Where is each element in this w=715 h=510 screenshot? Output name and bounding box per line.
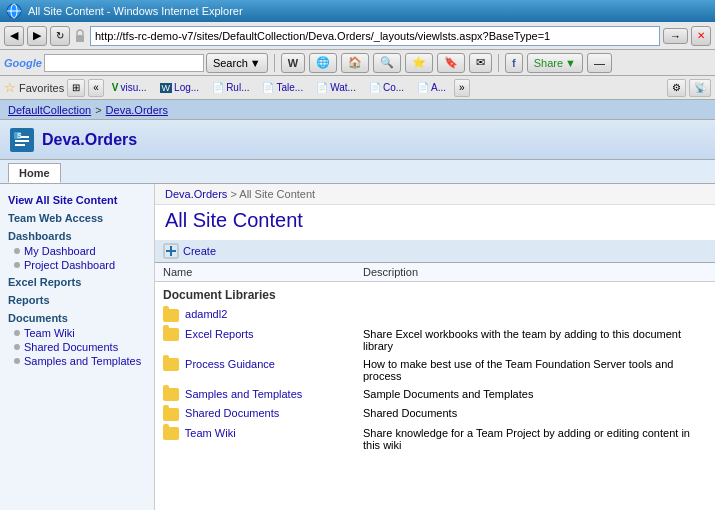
favorites-add-button[interactable]: ⊞ bbox=[67, 79, 85, 97]
fav-item-0[interactable]: V visu... bbox=[107, 79, 152, 97]
sp-site-name: Deva.Orders bbox=[42, 131, 137, 149]
favorites-label: Favorites bbox=[19, 82, 64, 94]
main-area: View All Site Content Team Web Access Da… bbox=[0, 184, 715, 510]
content-panel: Deva.Orders > All Site Content All Site … bbox=[155, 184, 715, 510]
sp-logo: S bbox=[10, 128, 34, 152]
address-input[interactable] bbox=[90, 26, 660, 46]
item-link-adamdl2[interactable]: adamdl2 bbox=[185, 308, 227, 320]
toolbar-btn-3[interactable]: 🏠 bbox=[341, 53, 369, 73]
toolbar-btn-7[interactable]: ✉ bbox=[469, 53, 492, 73]
fav-item-4[interactable]: 📄 Wat... bbox=[311, 79, 361, 97]
sidebar-section-excel: Excel Reports bbox=[0, 272, 154, 290]
favorites-bar: ☆ Favorites ⊞ « V visu... W Log... 📄 Rul… bbox=[0, 76, 715, 100]
sidebar-view-all[interactable]: View All Site Content bbox=[0, 190, 154, 208]
fav-extra-1[interactable]: ⚙ bbox=[667, 79, 686, 97]
fav-label-2: Rul... bbox=[226, 82, 249, 93]
fav-item-2[interactable]: 📄 Rul... bbox=[207, 79, 254, 97]
forward-button[interactable]: ▶ bbox=[27, 26, 47, 46]
sidebar-section-documents: Documents bbox=[0, 308, 154, 326]
item-name-cell: Process Guidance bbox=[155, 355, 355, 385]
col-desc: Description bbox=[355, 263, 715, 282]
fav-item-1[interactable]: W Log... bbox=[155, 79, 205, 97]
item-desc-cell: Share Excel workbooks with the team by a… bbox=[355, 325, 715, 355]
google-search-input[interactable] bbox=[44, 54, 204, 72]
toolbar-btn-4[interactable]: 🔍 bbox=[373, 53, 401, 73]
stop-button[interactable]: ✕ bbox=[691, 26, 711, 46]
toolbar-btn-2[interactable]: 🌐 bbox=[309, 53, 337, 73]
breadcrumb-bar: DefaultCollection > Deva.Orders bbox=[0, 100, 715, 120]
svg-rect-3 bbox=[76, 35, 84, 42]
sidebar-item-team-wiki[interactable]: Team Wiki bbox=[0, 326, 154, 340]
item-link-process[interactable]: Process Guidance bbox=[185, 358, 275, 370]
tab-home[interactable]: Home bbox=[8, 163, 61, 183]
sidebar-item-project-dashboard[interactable]: Project Dashboard bbox=[0, 258, 154, 272]
item-name-cell: Team Wiki bbox=[155, 424, 355, 454]
fav-label-3: Tale... bbox=[276, 82, 303, 93]
go-button[interactable]: → bbox=[663, 28, 688, 44]
fav-more-button[interactable]: » bbox=[454, 79, 470, 97]
breadcrumb-link-1[interactable]: Deva.Orders bbox=[106, 104, 168, 116]
fav-label-6: A... bbox=[431, 82, 446, 93]
back-button[interactable]: ◀ bbox=[4, 26, 24, 46]
sidebar-item-my-dashboard[interactable]: My Dashboard bbox=[0, 244, 154, 258]
item-link-wiki[interactable]: Team Wiki bbox=[185, 427, 236, 439]
content-table: Name Description Document Libraries adam… bbox=[155, 263, 715, 454]
share-button[interactable]: Share ▼ bbox=[527, 53, 583, 73]
fav-label-1: Log... bbox=[174, 82, 199, 93]
sidebar-item-samples[interactable]: Samples and Templates bbox=[0, 354, 154, 368]
title-bar: All Site Content - Windows Internet Expl… bbox=[0, 0, 715, 22]
sidebar-section-reports: Reports bbox=[0, 290, 154, 308]
address-bar: ◀ ▶ ↻ → ✕ bbox=[0, 22, 715, 50]
content-breadcrumb-site[interactable]: Deva.Orders bbox=[165, 188, 227, 200]
fav-item-6[interactable]: 📄 A... bbox=[412, 79, 451, 97]
ie-icon bbox=[6, 3, 22, 19]
bullet-icon bbox=[14, 262, 20, 268]
refresh-button[interactable]: ↻ bbox=[50, 26, 70, 46]
breadcrumb-link-0[interactable]: DefaultCollection bbox=[8, 104, 91, 116]
toolbar: Google Search ▼ W 🌐 🏠 🔍 ⭐ 🔖 ✉ f Share ▼ … bbox=[0, 50, 715, 76]
content-breadcrumb-sep: > bbox=[230, 188, 236, 200]
svg-rect-6 bbox=[15, 140, 29, 142]
create-bar: Create bbox=[155, 240, 715, 263]
fav-icon-4: 📄 bbox=[316, 82, 328, 93]
fav-label-5: Co... bbox=[383, 82, 404, 93]
sidebar-section-team: Team Web Access bbox=[0, 208, 154, 226]
google-search-button[interactable]: Search ▼ bbox=[206, 53, 268, 73]
bullet-icon bbox=[14, 344, 20, 350]
google-label: Google bbox=[4, 57, 42, 69]
item-name-cell: Excel Reports bbox=[155, 325, 355, 355]
create-button[interactable]: Create bbox=[163, 243, 216, 259]
folder-icon bbox=[163, 358, 179, 371]
item-link-shared[interactable]: Shared Documents bbox=[185, 407, 279, 419]
toolbar-divider-2 bbox=[498, 54, 499, 72]
sidebar-item-shared-docs[interactable]: Shared Documents bbox=[0, 340, 154, 354]
item-link-excel[interactable]: Excel Reports bbox=[185, 328, 253, 340]
content-breadcrumb: Deva.Orders > All Site Content bbox=[155, 184, 715, 205]
toolbar-btn-5[interactable]: ⭐ bbox=[405, 53, 433, 73]
toolbar-more-button[interactable]: — bbox=[587, 53, 612, 73]
item-link-samples[interactable]: Samples and Templates bbox=[185, 388, 302, 400]
folder-icon bbox=[163, 427, 179, 440]
wiki-button[interactable]: W bbox=[281, 53, 305, 73]
page-title: All Site Content bbox=[155, 205, 715, 240]
sidebar: View All Site Content Team Web Access Da… bbox=[0, 184, 155, 510]
fav-label-0: visu... bbox=[120, 82, 146, 93]
fav-item-3[interactable]: 📄 Tale... bbox=[257, 79, 308, 97]
favorites-chevron-button[interactable]: « bbox=[88, 79, 104, 97]
google-search-box: Google Search ▼ bbox=[4, 53, 268, 73]
fav-item-5[interactable]: 📄 Co... bbox=[364, 79, 409, 97]
lock-icon bbox=[73, 29, 87, 43]
folder-icon bbox=[163, 309, 179, 322]
fav-extra-2[interactable]: 📡 bbox=[689, 79, 711, 97]
table-row: Samples and Templates Sample Documents a… bbox=[155, 385, 715, 405]
bullet-icon bbox=[14, 248, 20, 254]
facebook-button[interactable]: f bbox=[505, 53, 523, 73]
fav-label-4: Wat... bbox=[330, 82, 356, 93]
item-desc-cell: Shared Documents bbox=[355, 404, 715, 424]
toolbar-btn-6[interactable]: 🔖 bbox=[437, 53, 465, 73]
sp-header: S Deva.Orders bbox=[0, 120, 715, 160]
item-desc-cell bbox=[355, 305, 715, 325]
item-name-cell: Shared Documents bbox=[155, 404, 355, 424]
fav-icon-2: 📄 bbox=[212, 82, 224, 93]
nav-tabs: Home bbox=[0, 160, 715, 184]
